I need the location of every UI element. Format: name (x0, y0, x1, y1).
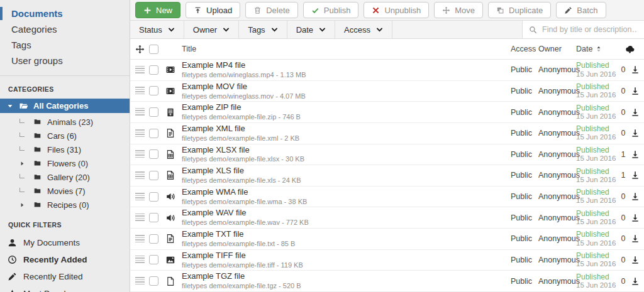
move-icon (442, 6, 450, 14)
category-tree-item[interactable]: Recipes (0) (0, 198, 130, 212)
download-icon[interactable] (631, 129, 640, 138)
plus-icon (143, 6, 152, 14)
filter-bar: Status Owner Tags Date (130, 21, 644, 39)
drag-handle-icon[interactable] (135, 87, 145, 95)
upload-icon (194, 6, 202, 14)
quick-filter-item[interactable]: Recently Edited (0, 268, 130, 285)
table-row[interactable]: Example MOV file filetypes demo/wineglas… (130, 81, 644, 102)
drag-handle-icon[interactable] (135, 193, 145, 201)
nav-item[interactable]: Tags (0, 37, 130, 53)
access-value: Public (511, 65, 538, 74)
duplicate-icon (496, 6, 504, 14)
download-icon[interactable] (631, 256, 640, 264)
row-checkbox[interactable] (149, 213, 158, 222)
search-input[interactable] (542, 25, 638, 34)
drag-handle-icon[interactable] (135, 235, 145, 243)
drag-handle-icon[interactable] (135, 214, 145, 222)
row-checkbox[interactable] (149, 276, 158, 286)
select-all-checkbox[interactable] (149, 45, 158, 54)
drag-handle-icon[interactable] (135, 66, 145, 74)
drag-handle-icon[interactable] (135, 150, 145, 158)
owner-value: Anonymous (538, 65, 576, 74)
category-tree-item[interactable]: Files (31) (0, 143, 130, 156)
toolbar-button[interactable]: New (135, 2, 180, 18)
table-row[interactable]: Example XLSX file filetypes demo/example… (130, 144, 644, 166)
quick-filter-item[interactable]: My Documents (0, 234, 130, 251)
date-value: 15 Jun 2016 (576, 133, 618, 141)
caret-right-icon[interactable] (19, 161, 25, 166)
toolbar-button[interactable]: Unpublish (364, 2, 429, 18)
document-subtitle: filetypes demo/wineglass.mp4 - 1.13 MB (182, 71, 511, 79)
filter-dropdown[interactable]: Date (287, 21, 335, 38)
drag-handle-icon[interactable] (135, 171, 145, 180)
document-title: Example XLSX file (182, 146, 511, 155)
category-tree-item[interactable]: Flowers (0) (0, 156, 130, 170)
row-checkbox[interactable] (149, 107, 158, 117)
download-icon[interactable] (631, 234, 640, 243)
tree-item-all-categories[interactable]: All Categories (0, 99, 130, 113)
folder-icon (33, 160, 42, 167)
download-icon[interactable] (631, 108, 640, 117)
row-checkbox[interactable] (149, 86, 158, 95)
owner-value: Anonymous (538, 129, 576, 138)
filter-dropdown[interactable]: Owner (184, 21, 239, 38)
category-tree: Animals (23) Cars (6) Files (31) (0, 115, 130, 212)
quick-filters: My Documents Recently Added Recently Edi… (0, 234, 130, 292)
table-row[interactable]: Example ZIP file filetypes demo/example-… (130, 102, 644, 123)
star-icon (8, 289, 17, 292)
download-icon[interactable] (631, 65, 640, 74)
drag-handle-icon[interactable] (135, 108, 145, 116)
header-date[interactable]: Date (576, 45, 618, 53)
table-row[interactable]: Example MP4 file filetypes demo/wineglas… (130, 60, 644, 81)
move-icon[interactable] (135, 45, 145, 54)
category-tree-item[interactable]: Cars (6) (0, 129, 130, 143)
documents-table: Example MP4 file filetypes demo/wineglas… (130, 60, 644, 292)
caret-right-icon[interactable] (19, 202, 25, 208)
toolbar-button-label: Move (455, 6, 475, 15)
nav-item[interactable]: User groups (0, 53, 130, 68)
download-icon[interactable] (631, 87, 640, 95)
row-checkbox[interactable] (149, 65, 158, 75)
toolbar-button[interactable]: Move (434, 2, 483, 18)
table-row[interactable]: Example TIFF file filetypes demo/example… (130, 250, 644, 271)
search-box (522, 21, 644, 38)
table-row[interactable]: Example XLS file filetypes demo/example-… (130, 165, 644, 187)
download-count: 0 (618, 108, 629, 117)
quick-filter-item[interactable]: Most Popular (0, 285, 130, 292)
table-row[interactable]: Example WAV file filetypes demo/example-… (130, 207, 644, 229)
row-checkbox[interactable] (149, 234, 158, 244)
caret-down-icon[interactable] (7, 103, 13, 109)
download-icon[interactable] (631, 277, 640, 286)
download-icon[interactable] (631, 192, 640, 201)
toolbar-button[interactable]: Upload (186, 2, 240, 18)
table-row[interactable]: Example XML file filetypes demo/example-… (130, 123, 644, 144)
filter-dropdown[interactable]: Tags (239, 21, 287, 38)
nav-item[interactable]: Categories (0, 21, 130, 37)
download-icon[interactable] (631, 214, 640, 222)
row-checkbox[interactable] (149, 255, 158, 264)
row-checkbox[interactable] (149, 171, 158, 180)
toolbar-button[interactable]: Duplicate (488, 2, 551, 18)
category-tree-item[interactable]: Gallery (20) (0, 170, 130, 184)
download-icon[interactable] (631, 171, 640, 180)
filter-dropdown[interactable]: Access (335, 21, 392, 38)
filter-dropdown[interactable]: Status (130, 21, 184, 38)
quick-filter-item[interactable]: Recently Added (0, 251, 130, 268)
row-checkbox[interactable] (149, 149, 158, 159)
table-row[interactable]: Example TGZ file filetypes demo/example-… (130, 271, 644, 292)
drag-handle-icon[interactable] (135, 277, 145, 285)
drag-handle-icon[interactable] (135, 256, 145, 264)
row-checkbox[interactable] (149, 129, 158, 138)
toolbar-button[interactable]: Publish (303, 2, 359, 18)
download-icon[interactable] (631, 150, 640, 159)
category-tree-item[interactable]: Animals (23) (0, 115, 130, 129)
table-row[interactable]: Example WMA file filetypes demo/example-… (130, 187, 644, 208)
drag-handle-icon[interactable] (135, 129, 145, 138)
owner-value: Anonymous (538, 214, 576, 222)
category-tree-item[interactable]: Movies (7) (0, 184, 130, 198)
table-row[interactable]: Example TXT file filetypes demo/example-… (130, 229, 644, 250)
toolbar-button[interactable]: Batch (556, 2, 606, 18)
toolbar-button[interactable]: Delete (245, 2, 298, 18)
row-checkbox[interactable] (149, 192, 158, 202)
nav-item[interactable]: Documents (0, 6, 130, 21)
